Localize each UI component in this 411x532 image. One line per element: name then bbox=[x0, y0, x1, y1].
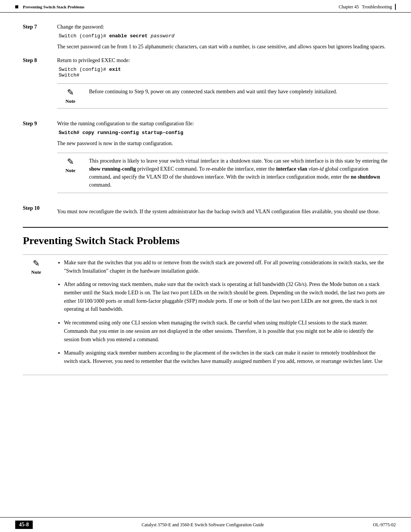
step-7-title: Change the password: bbox=[57, 24, 388, 30]
step-7-code: Switch (config)# enable secret password bbox=[57, 33, 388, 39]
page-footer: 45-8 Catalyst 3750-E and 3560-E Switch S… bbox=[0, 517, 411, 532]
step-7-content: Change the password: Switch (config)# en… bbox=[57, 24, 388, 51]
pencil-icon-2: ✎ bbox=[67, 158, 74, 166]
step-9-title: Write the running configuration to the s… bbox=[57, 121, 388, 127]
note-icon-area: ✎ Note bbox=[57, 88, 84, 104]
step-9-label: Step 9 bbox=[23, 121, 57, 198]
section-note-content: Make sure that the switches that you add… bbox=[55, 259, 388, 371]
footer-title: Catalyst 3750-E and 3560-E Switch Softwa… bbox=[33, 522, 373, 528]
note-label: Note bbox=[65, 98, 75, 104]
step-8-note-content: Before continuing to Step 9, power on an… bbox=[89, 88, 388, 96]
step-7-label: Step 7 bbox=[23, 24, 57, 51]
list-item: After adding or removing stack members, … bbox=[64, 280, 388, 313]
list-item: Make sure that the switches that you add… bbox=[64, 259, 388, 275]
step-9-desc: The new password is now in the startup c… bbox=[57, 139, 388, 147]
step-10-desc: You must now reconfigure the switch. If … bbox=[57, 208, 388, 216]
section-heading: Preventing Switch Stack Problems bbox=[23, 227, 388, 247]
step-10-content: You must now reconfigure the switch. If … bbox=[57, 205, 388, 216]
section-note-block: ✎ Note Make sure that the switches that … bbox=[23, 254, 388, 375]
header-section-title: Preventing Switch Stack Problems bbox=[23, 5, 84, 9]
step-7-desc: The secret password can be from 1 to 25 … bbox=[57, 43, 388, 51]
step-9-block: Step 9 Write the running configuration t… bbox=[23, 121, 388, 198]
step-8-note: ✎ Note Before continuing to Step 9, powe… bbox=[57, 83, 388, 109]
pencil-icon-3: ✎ bbox=[33, 259, 40, 268]
pencil-icon: ✎ bbox=[67, 88, 74, 97]
step-7-block: Step 7 Change the password: Switch (conf… bbox=[23, 24, 388, 51]
note-label-2: Note bbox=[65, 168, 75, 174]
list-item: Manually assigning stack member numbers … bbox=[64, 349, 388, 365]
footer-doc-number: OL-9775-02 bbox=[373, 522, 396, 528]
black-square-indicator bbox=[15, 5, 18, 8]
step-8-block: Step 8 Return to privileged EXEC mode: S… bbox=[23, 58, 388, 114]
step-8-code: Switch (config)# exitSwitch# bbox=[57, 67, 388, 78]
header-right: Chapter 45 Troubleshooting bbox=[339, 4, 396, 10]
step-9-note-content: This procedure is likely to leave your s… bbox=[89, 157, 388, 189]
list-item: We recommend using only one CLI session … bbox=[64, 319, 388, 343]
step-10-block: Step 10 You must now reconfigure the swi… bbox=[23, 205, 388, 216]
note-label-3: Note bbox=[31, 269, 41, 275]
step-8-title: Return to privileged EXEC mode: bbox=[57, 58, 388, 64]
step-8-label: Step 8 bbox=[23, 58, 57, 114]
header-chapter-label: Chapter 45 bbox=[339, 4, 359, 10]
step-10-label: Step 10 bbox=[23, 205, 57, 216]
page-container: Preventing Switch Stack Problems Chapter… bbox=[0, 0, 411, 532]
step-9-code: Switch# copy running-config startup-conf… bbox=[57, 130, 388, 136]
note-icon-area-3: ✎ Note bbox=[23, 259, 49, 275]
header-divider bbox=[395, 4, 396, 10]
step-9-content: Write the running configuration to the s… bbox=[57, 121, 388, 198]
bullet-list: Make sure that the switches that you add… bbox=[55, 259, 388, 366]
page-header: Preventing Switch Stack Problems Chapter… bbox=[0, 0, 411, 13]
main-content: Step 7 Change the password: Switch (conf… bbox=[0, 13, 411, 517]
note-icon-area-2: ✎ Note bbox=[57, 157, 84, 174]
header-chapter-title: Troubleshooting bbox=[362, 4, 392, 10]
step-9-note: ✎ Note This procedure is likely to leave… bbox=[57, 153, 388, 193]
footer-page-number: 45-8 bbox=[15, 521, 33, 529]
step-8-content: Return to privileged EXEC mode: Switch (… bbox=[57, 58, 388, 114]
